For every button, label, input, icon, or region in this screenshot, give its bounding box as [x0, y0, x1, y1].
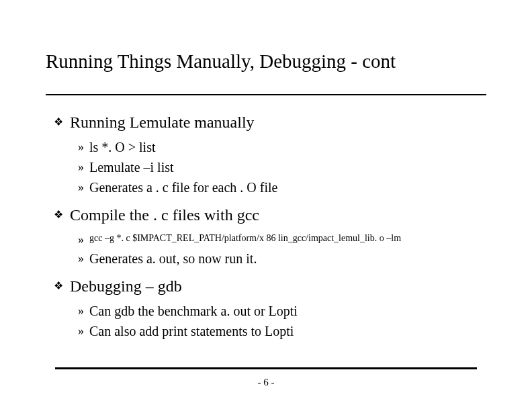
content-area: ❖ Running Lemulate manually » ls *. O > …: [46, 113, 486, 340]
list-item: » ls *. O > list: [78, 138, 486, 156]
arrow-icon: »: [78, 179, 84, 196]
sublist: » gcc –g *. c $IMPACT_REL_PATH/platform/…: [54, 231, 486, 267]
diamond-icon: ❖: [54, 205, 63, 224]
list-item: » Can gdb the benchmark a. out or Lopti: [78, 302, 486, 320]
arrow-icon: »: [78, 322, 84, 340]
page-number: - 6 -: [0, 377, 532, 388]
footer-rule: [55, 367, 477, 369]
list-item: » Generates a . c file for each . O file: [78, 179, 486, 196]
list-item: » gcc –g *. c $IMPACT_REL_PATH/platform/…: [78, 231, 486, 248]
list-item: ❖ Compile the . c files with gcc: [54, 205, 486, 224]
arrow-icon: »: [78, 158, 84, 176]
section-heading: Debugging – gdb: [70, 277, 182, 295]
list-item: » Can also add print statements to Lopti: [78, 322, 486, 340]
arrow-icon: »: [78, 138, 84, 156]
item-text: Generates a. out, so now run it.: [89, 250, 257, 267]
list-item: ❖ Running Lemulate manually: [54, 113, 486, 132]
item-text: Can gdb the benchmark a. out or Lopti: [89, 302, 298, 320]
section-heading: Running Lemulate manually: [70, 113, 255, 132]
slide-title: Running Things Manually, Debugging - con…: [46, 50, 486, 75]
arrow-icon: »: [78, 231, 84, 248]
item-text: gcc –g *. c $IMPACT_REL_PATH/platform/x …: [89, 231, 401, 246]
diamond-icon: ❖: [54, 113, 63, 132]
sublist: » Can gdb the benchmark a. out or Lopti …: [54, 302, 486, 340]
list-item: » Generates a. out, so now run it.: [78, 250, 486, 267]
section-heading: Compile the . c files with gcc: [70, 205, 259, 224]
slide: Running Things Manually, Debugging - con…: [0, 0, 532, 340]
item-text: ls *. O > list: [89, 138, 156, 156]
list-item: » Lemulate –i list: [78, 158, 486, 176]
arrow-icon: »: [78, 250, 84, 267]
arrow-icon: »: [78, 302, 84, 320]
item-text: Can also add print statements to Lopti: [89, 322, 294, 340]
title-underline: [46, 94, 486, 95]
diamond-icon: ❖: [54, 277, 63, 295]
list-item: ❖ Debugging – gdb: [54, 277, 486, 295]
sublist: » ls *. O > list » Lemulate –i list » Ge…: [54, 138, 486, 196]
item-text: Generates a . c file for each . O file: [89, 179, 277, 196]
item-text: Lemulate –i list: [89, 158, 174, 176]
